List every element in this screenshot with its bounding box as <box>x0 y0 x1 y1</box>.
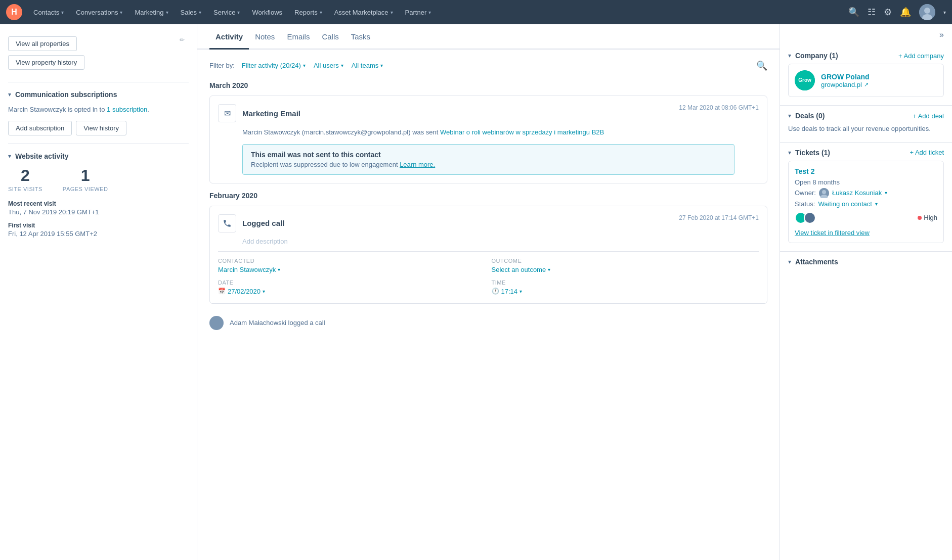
company-logo: Grow <box>795 70 815 90</box>
learn-more-link[interactable]: Learn more. <box>400 161 435 168</box>
ticket-owner-avatar <box>819 188 829 198</box>
outcome-chevron-icon: ▾ <box>548 267 550 272</box>
marketplace-icon[interactable]: ☷ <box>868 7 876 18</box>
calendar-icon: 📅 <box>218 288 226 295</box>
outcome-field: Outcome Select an outcome ▾ <box>492 258 759 273</box>
add-company-link[interactable]: + Add company <box>898 52 944 60</box>
nav-partner[interactable]: Partner ▾ <box>400 7 437 18</box>
user-menu-chevron-icon[interactable]: ▾ <box>943 10 946 15</box>
company-url[interactable]: growpoland.pl ↗ <box>821 81 870 88</box>
company-section-title: Company (1) <box>795 52 838 60</box>
user-avatar[interactable] <box>919 4 935 20</box>
add-deal-link[interactable]: + Add deal <box>913 112 944 120</box>
company-chevron-icon[interactable]: ▾ <box>788 52 791 59</box>
call-card-header-left: Logged call <box>218 214 284 232</box>
deals-section-title: Deals (0) <box>795 112 825 120</box>
filter-activity-button[interactable]: Filter activity (20/24) ▾ <box>241 60 307 71</box>
website-activity-header: ▾ Website activity <box>8 152 189 160</box>
subscription-text: Marcin Stawowczyk is opted in to 1 subsc… <box>8 105 189 115</box>
view-all-properties-button[interactable]: View all properties <box>8 36 77 51</box>
activity-search-button[interactable]: 🔍 <box>756 60 767 71</box>
logged-call-timestamp: 27 Feb 2020 at 17:14 GMT+1 <box>679 214 759 221</box>
tab-tasks[interactable]: Tasks <box>345 24 376 50</box>
tab-activity[interactable]: Activity <box>209 24 249 50</box>
tab-calls[interactable]: Calls <box>316 24 344 50</box>
website-activity-chevron-icon[interactable]: ▾ <box>8 153 11 160</box>
conversations-chevron-icon: ▾ <box>120 10 122 15</box>
add-ticket-link[interactable]: + Add ticket <box>910 149 944 156</box>
contacts-chevron-icon: ▾ <box>61 10 64 15</box>
activity-feed: Filter by: Filter activity (20/24) ▾ All… <box>197 50 780 344</box>
pages-viewed-stat: 1 PAGES VIEWED <box>63 166 108 192</box>
ticket-avatar-2 <box>804 212 816 224</box>
reports-chevron-icon: ▾ <box>320 10 322 15</box>
call-divider <box>218 251 759 252</box>
most-recent-visit-value: Thu, 7 Nov 2019 20:19 GMT+1 <box>8 208 189 216</box>
call-description[interactable]: Add description <box>242 238 759 245</box>
call-card-icon <box>218 214 236 232</box>
tickets-section-header: ▾ Tickets (1) + Add ticket <box>788 143 944 161</box>
marketing-email-timestamp: 12 Mar 2020 at 08:06 GMT+1 <box>679 104 759 111</box>
subscription-link[interactable]: 1 subscription <box>107 106 147 113</box>
nav-contacts[interactable]: Contacts ▾ <box>28 7 69 18</box>
tickets-chevron-icon[interactable]: ▾ <box>788 149 791 156</box>
contacted-chevron-icon: ▾ <box>278 267 280 272</box>
call-card-header: Logged call 27 Feb 2020 at 17:14 GMT+1 <box>218 214 759 232</box>
ticket-owner-row: Owner: Łukasz Kosuniak ▾ <box>795 188 937 198</box>
call-date-row: Date 📅 27/02/2020 ▾ Time 🕐 17:14 ▾ <box>218 279 759 295</box>
contacted-value-button[interactable]: Marcin Stawowczyk ▾ <box>218 266 486 273</box>
time-label: Time <box>492 279 759 286</box>
date-value-button[interactable]: 📅 27/02/2020 ▾ <box>218 288 486 295</box>
main-layout: ✏ View all properties View property hist… <box>0 24 952 560</box>
adam-avatar <box>209 316 224 330</box>
time-value-button[interactable]: 🕐 17:14 ▾ <box>492 288 759 295</box>
view-ticket-filtered-link[interactable]: View ticket in filtered view <box>795 229 937 237</box>
website-activity-title: Website activity <box>15 152 69 160</box>
nav-sales[interactable]: Sales ▾ <box>176 7 207 18</box>
ticket-owner-name[interactable]: Łukasz Kosuniak <box>832 189 882 197</box>
owner-dropdown-chevron-icon[interactable]: ▾ <box>885 190 887 196</box>
attachments-chevron-icon[interactable]: ▾ <box>788 258 791 265</box>
comm-sub-chevron-icon[interactable]: ▾ <box>8 91 11 98</box>
tab-emails[interactable]: Emails <box>281 24 316 50</box>
notifications-icon[interactable]: 🔔 <box>900 7 911 18</box>
company-info: GROW Poland growpoland.pl ↗ <box>821 73 870 88</box>
divider <box>8 82 189 82</box>
nav-service[interactable]: Service ▾ <box>208 7 245 18</box>
all-users-button[interactable]: All users ▾ <box>313 60 344 71</box>
marketing-email-title: Marketing Email <box>242 109 300 118</box>
add-subscription-button[interactable]: Add subscription <box>8 121 72 135</box>
partner-chevron-icon: ▾ <box>428 10 431 15</box>
nav-reports[interactable]: Reports ▾ <box>289 7 327 18</box>
ticket-status-value[interactable]: Waiting on contact <box>818 200 872 208</box>
collapse-sidebar-button[interactable]: » <box>780 24 952 45</box>
february-2020-header: February 2020 <box>209 192 767 200</box>
nav-marketing[interactable]: Marketing ▾ <box>129 7 173 18</box>
attachments-section: ▾ Attachments <box>780 252 952 270</box>
view-history-button[interactable]: View history <box>76 121 126 135</box>
date-label: Date <box>218 279 486 286</box>
svg-text:Grow: Grow <box>798 77 811 83</box>
search-icon[interactable]: 🔍 <box>848 7 859 18</box>
nav-workflows[interactable]: Workflows <box>247 7 287 18</box>
ticket-card: Test 2 Open 8 months Owner: Łukasz Kosun… <box>788 161 944 243</box>
card-header: ✉ Marketing Email 12 Mar 2020 at 08:06 G… <box>218 104 759 122</box>
contacted-field: Contacted Marcin Stawowczyk ▾ <box>218 258 486 273</box>
nav-conversations[interactable]: Conversations ▾ <box>71 7 127 18</box>
company-name[interactable]: GROW Poland <box>821 73 870 81</box>
all-users-chevron-icon: ▾ <box>341 63 343 68</box>
edit-icon[interactable]: ✏ <box>180 36 185 43</box>
all-teams-button[interactable]: All teams ▾ <box>351 60 384 71</box>
webinar-link[interactable]: Webinar o roli webinarów w sprzedaży i m… <box>440 128 604 136</box>
nav-asset-marketplace[interactable]: Asset Marketplace ▾ <box>329 7 398 18</box>
view-property-history-button[interactable]: View property history <box>8 55 84 70</box>
ticket-name[interactable]: Test 2 <box>795 167 937 175</box>
select-outcome-button[interactable]: Select an outcome ▾ <box>492 266 759 273</box>
tab-notes[interactable]: Notes <box>249 24 281 50</box>
settings-icon[interactable]: ⚙ <box>884 7 892 18</box>
call-fields: Contacted Marcin Stawowczyk ▾ Outcome Se… <box>218 258 759 273</box>
clock-icon: 🕐 <box>492 288 499 295</box>
status-dropdown-chevron-icon[interactable]: ▾ <box>875 201 878 207</box>
deals-chevron-icon[interactable]: ▾ <box>788 112 791 119</box>
hubspot-logo[interactable]: H <box>6 4 22 20</box>
